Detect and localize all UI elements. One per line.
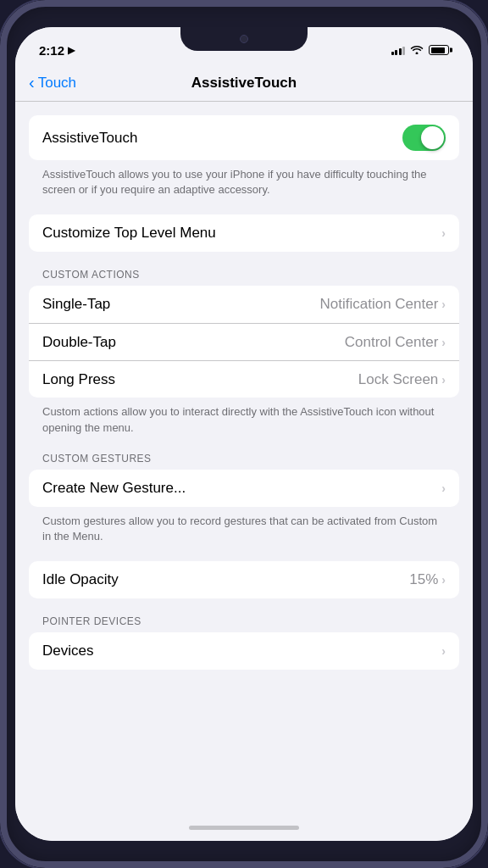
customize-group: Customize Top Level Menu › bbox=[29, 214, 459, 252]
status-time: 2:12 ▶ bbox=[39, 43, 75, 58]
idle-opacity-chevron-icon: › bbox=[441, 573, 446, 587]
phone-shell: 2:12 ▶ bbox=[0, 0, 488, 868]
nav-bar: ‹ Touch AssistiveTouch bbox=[15, 64, 473, 102]
devices-label: Devices bbox=[42, 643, 441, 659]
battery-icon bbox=[429, 45, 449, 55]
pointer-devices-section-label: POINTER DEVICES bbox=[29, 615, 459, 632]
custom-gestures-card: Create New Gesture... › bbox=[29, 470, 459, 507]
back-label: Touch bbox=[38, 75, 76, 92]
screen: 2:12 ▶ bbox=[15, 27, 473, 841]
status-icons bbox=[391, 44, 450, 57]
scroll-content[interactable]: AssistiveTouch AssistiveTouch allows you… bbox=[15, 102, 473, 814]
assistivetouch-toggle-card: AssistiveTouch bbox=[29, 115, 459, 160]
assistivetouch-toggle-group: AssistiveTouch AssistiveTouch allows you… bbox=[29, 115, 459, 198]
customize-row[interactable]: Customize Top Level Menu › bbox=[29, 214, 459, 252]
single-tap-chevron-icon: › bbox=[441, 298, 446, 311]
assistivetouch-description: AssistiveTouch allows you to use your iP… bbox=[29, 160, 459, 198]
custom-actions-card: Single-Tap Notification Center › Double-… bbox=[29, 286, 459, 398]
idle-opacity-group: Idle Opacity 15% › bbox=[29, 561, 459, 598]
custom-gestures-description: Custom gestures allow you to record gest… bbox=[29, 507, 459, 544]
home-bar bbox=[189, 826, 299, 830]
customize-card: Customize Top Level Menu › bbox=[29, 214, 459, 252]
assistivetouch-toggle[interactable] bbox=[402, 125, 446, 151]
idle-opacity-card: Idle Opacity 15% › bbox=[29, 561, 459, 598]
assistivetouch-toggle-row[interactable]: AssistiveTouch bbox=[29, 115, 459, 160]
back-button[interactable]: ‹ Touch bbox=[29, 75, 76, 92]
idle-opacity-label: Idle Opacity bbox=[42, 571, 409, 588]
devices-chevron-icon: › bbox=[441, 644, 446, 658]
assistivetouch-toggle-label: AssistiveTouch bbox=[42, 130, 402, 147]
create-gesture-label: Create New Gesture... bbox=[42, 480, 441, 497]
custom-actions-group: CUSTOM ACTIONS Single-Tap Notification C… bbox=[29, 269, 459, 435]
long-press-chevron-icon: › bbox=[441, 373, 446, 387]
custom-gestures-group: CUSTOM GESTURES Create New Gesture... › … bbox=[29, 453, 459, 544]
pointer-devices-group: POINTER DEVICES Devices › bbox=[29, 615, 459, 670]
double-tap-row[interactable]: Double-Tap Control Center › bbox=[29, 323, 459, 360]
devices-row[interactable]: Devices › bbox=[29, 632, 459, 670]
page-title: AssistiveTouch bbox=[191, 75, 297, 92]
long-press-row[interactable]: Long Press Lock Screen › bbox=[29, 360, 459, 398]
single-tap-label: Single-Tap bbox=[42, 296, 319, 313]
home-indicator bbox=[15, 814, 473, 841]
create-gesture-chevron-icon: › bbox=[441, 481, 446, 495]
single-tap-row[interactable]: Single-Tap Notification Center › bbox=[29, 286, 459, 323]
pointer-devices-card: Devices › bbox=[29, 632, 459, 670]
idle-opacity-value: 15% › bbox=[409, 571, 446, 588]
toggle-thumb bbox=[421, 126, 444, 149]
long-press-label: Long Press bbox=[42, 371, 358, 388]
custom-actions-section-label: CUSTOM ACTIONS bbox=[29, 269, 459, 286]
customize-chevron-icon: › bbox=[441, 226, 446, 240]
front-camera bbox=[240, 35, 248, 43]
customize-label: Customize Top Level Menu bbox=[42, 225, 441, 242]
custom-actions-description: Custom actions allow you to interact dir… bbox=[29, 398, 459, 435]
custom-gestures-section-label: CUSTOM GESTURES bbox=[29, 453, 459, 470]
double-tap-label: Double-Tap bbox=[42, 334, 345, 351]
idle-opacity-row[interactable]: Idle Opacity 15% › bbox=[29, 561, 459, 598]
single-tap-value: Notification Center › bbox=[319, 296, 446, 313]
long-press-value: Lock Screen › bbox=[358, 371, 446, 388]
double-tap-chevron-icon: › bbox=[441, 336, 446, 349]
wifi-icon bbox=[410, 44, 424, 57]
create-gesture-row[interactable]: Create New Gesture... › bbox=[29, 470, 459, 507]
double-tap-value: Control Center › bbox=[345, 334, 446, 351]
location-icon: ▶ bbox=[68, 45, 75, 56]
signal-bars-icon bbox=[391, 45, 406, 55]
back-chevron-icon: ‹ bbox=[29, 74, 35, 91]
battery-fill bbox=[431, 47, 445, 53]
notch bbox=[180, 27, 308, 51]
